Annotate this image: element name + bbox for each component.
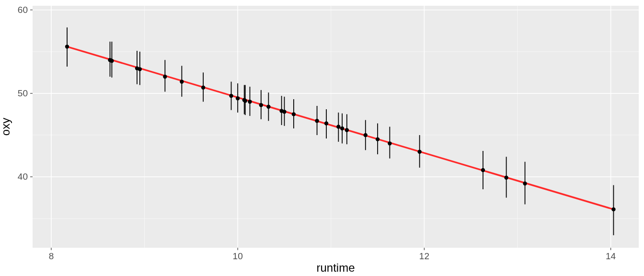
data-point bbox=[243, 99, 247, 103]
data-point bbox=[292, 112, 296, 116]
data-point bbox=[248, 100, 252, 104]
data-point bbox=[110, 59, 114, 63]
data-point bbox=[611, 207, 615, 211]
data-point bbox=[138, 67, 142, 71]
chart-container: 8101214405060runtimeoxy bbox=[0, 0, 644, 276]
x-tick-label: 8 bbox=[49, 251, 54, 261]
data-point bbox=[266, 105, 270, 109]
y-tick-label: 40 bbox=[18, 172, 28, 182]
data-point bbox=[180, 80, 184, 83]
data-point bbox=[345, 128, 349, 132]
data-point bbox=[163, 75, 167, 79]
x-tick-label: 14 bbox=[606, 251, 616, 261]
data-point bbox=[315, 119, 319, 123]
data-point bbox=[417, 150, 421, 154]
x-tick-label: 10 bbox=[233, 251, 243, 261]
data-point bbox=[364, 133, 368, 137]
data-point bbox=[229, 94, 233, 98]
data-point bbox=[259, 103, 263, 107]
x-axis-title: runtime bbox=[316, 261, 355, 274]
data-point bbox=[481, 168, 485, 172]
y-axis-title: oxy bbox=[0, 118, 12, 136]
data-point bbox=[324, 121, 328, 125]
data-point bbox=[523, 182, 527, 185]
data-point bbox=[282, 110, 286, 114]
data-point bbox=[504, 176, 508, 180]
chart-svg: 8101214405060runtimeoxy bbox=[0, 0, 644, 276]
y-tick-label: 60 bbox=[18, 5, 28, 15]
data-point bbox=[65, 45, 69, 48]
data-point bbox=[340, 126, 344, 130]
data-point bbox=[201, 85, 205, 89]
data-point bbox=[336, 125, 340, 128]
data-point bbox=[388, 141, 391, 145]
data-point bbox=[236, 96, 240, 100]
y-tick-label: 50 bbox=[18, 88, 28, 98]
data-point bbox=[376, 137, 380, 141]
x-tick-label: 12 bbox=[419, 251, 429, 261]
